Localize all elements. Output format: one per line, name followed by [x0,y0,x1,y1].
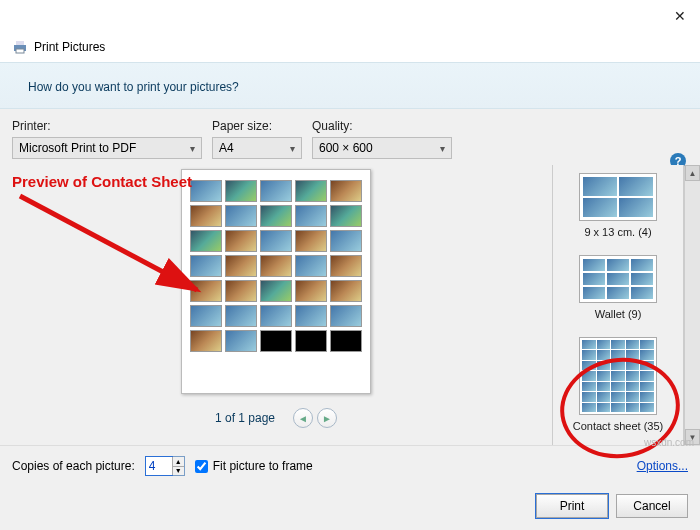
layout-option-contact-sheet[interactable]: Contact sheet (35) [569,333,668,437]
window-header: Print Pictures [0,32,700,62]
layout-label: Wallet (9) [595,308,642,320]
layout-label: 9 x 13 cm. (4) [584,226,651,238]
fit-frame-label: Fit picture to frame [213,459,313,473]
quality-value: 600 × 600 [319,141,373,155]
paper-size-select[interactable]: A4 ▾ [212,137,302,159]
layout-thumb-4 [579,173,657,221]
copies-input[interactable] [146,457,172,475]
printer-icon [12,39,28,55]
scroll-up-button[interactable]: ▲ [685,165,700,181]
titlebar: ✕ [0,0,700,32]
print-button[interactable]: Print [536,494,608,518]
svg-rect-2 [16,49,24,53]
cancel-button[interactable]: Cancel [616,494,688,518]
layout-label: Contact sheet (35) [573,420,664,432]
paper-size-value: A4 [219,141,234,155]
controls-row: Printer: Microsoft Print to PDF ▾ Paper … [0,109,700,165]
next-page-button[interactable]: ► [317,408,337,428]
svg-rect-1 [16,41,24,45]
layout-option-wallet[interactable]: Wallet (9) [575,251,661,325]
banner: How do you want to print your pictures? [0,62,700,109]
page-nav: 1 of 1 page ◄ ► [215,408,337,428]
printer-value: Microsoft Print to PDF [19,141,136,155]
spin-up-button[interactable]: ▲ [172,457,184,467]
spin-down-button[interactable]: ▼ [172,467,184,476]
layout-thumb-35 [579,337,657,415]
chevron-down-icon: ▾ [440,143,445,154]
paper-size-label: Paper size: [212,119,302,133]
options-link[interactable]: Options... [637,459,688,473]
chevron-down-icon: ▾ [290,143,295,154]
banner-question: How do you want to print your pictures? [28,80,239,94]
layout-thumb-9 [579,255,657,303]
preview-pane: 1 of 1 page ◄ ► [0,165,552,445]
prev-page-button[interactable]: ◄ [293,408,313,428]
chevron-down-icon: ▾ [190,143,195,154]
copies-label: Copies of each picture: [12,459,135,473]
printer-label: Printer: [12,119,202,133]
close-icon[interactable]: ✕ [674,8,686,24]
quality-label: Quality: [312,119,452,133]
window-title: Print Pictures [34,40,105,54]
copies-spinner[interactable]: ▲ ▼ [145,456,185,476]
scrollbar[interactable]: ▲ ▼ [684,165,700,445]
quality-select[interactable]: 600 × 600 ▾ [312,137,452,159]
bottom-options-row: Copies of each picture: ▲ ▼ Fit picture … [0,445,700,486]
layout-option-9x13[interactable]: 9 x 13 cm. (4) [575,169,661,243]
fit-frame-checkbox-wrap[interactable]: Fit picture to frame [195,459,313,473]
preview-page [181,169,371,394]
page-indicator: 1 of 1 page [215,411,275,425]
printer-select[interactable]: Microsoft Print to PDF ▾ [12,137,202,159]
watermark: wsxdn.com [644,437,694,448]
main-area: 1 of 1 page ◄ ► 9 x 13 cm. (4) Wallet (9… [0,165,700,445]
layout-list[interactable]: 9 x 13 cm. (4) Wallet (9) Contact sheet … [552,165,684,445]
dialog-buttons: Print Cancel [0,486,700,530]
fit-frame-checkbox[interactable] [195,460,208,473]
